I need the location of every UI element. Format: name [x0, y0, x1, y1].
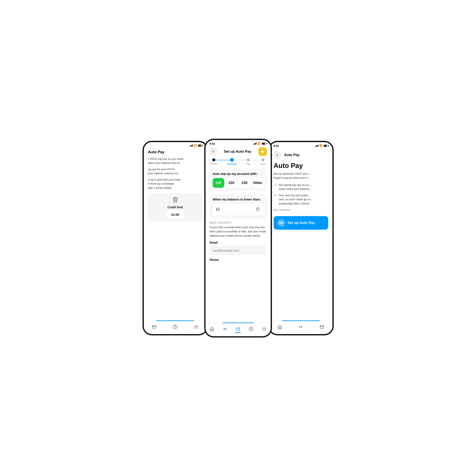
center-nav-menu[interactable] — [262, 327, 266, 331]
right-nav-usage[interactable] — [298, 324, 303, 329]
step-pay: Pay — [246, 158, 250, 165]
amount-20-button[interactable]: £20 — [226, 178, 237, 188]
center-phone: 9:41 📶 — [204, 139, 272, 338]
center-nav-home[interactable] — [210, 327, 214, 331]
svg-point-3 — [175, 328, 175, 328]
amount-30-button[interactable]: £30 — [239, 178, 250, 188]
left-nav-billing[interactable] — [152, 324, 156, 329]
step-dot-done — [262, 158, 265, 161]
svg-rect-0 — [153, 326, 156, 328]
signal-bars-icon — [190, 144, 193, 147]
right-back-button[interactable] — [274, 151, 281, 159]
divider — [274, 213, 328, 214]
svg-rect-24 — [320, 326, 324, 328]
wifi-icon: 📶 — [194, 144, 197, 147]
left-bottom-nav — [144, 321, 207, 334]
center-nav-title: Set up Auto Pay — [224, 150, 252, 154]
phone-label: Phone — [210, 258, 266, 262]
left-desc1: c PAYG top-ups so you never when your ba… — [148, 157, 203, 165]
right-nav-billing[interactable] — [320, 324, 324, 329]
center-app-content: Set up Auto Pay Energy — [205, 146, 271, 323]
center-time: 9:41 — [210, 142, 215, 145]
step-label-pay: Pay — [246, 163, 250, 165]
center-nav-bar: Set up Auto Pay — [209, 146, 267, 158]
right-status-bar: 9:41 📶 — [269, 142, 332, 148]
topup-card-title: Auto top-up my account with: — [213, 172, 263, 175]
right-bottom-nav — [269, 321, 332, 334]
email-input[interactable] — [210, 246, 266, 255]
left-app-content: Auto Pay c PAYG top-ups so you never whe… — [144, 148, 207, 320]
get-started-label: GET STARTED — [274, 209, 328, 211]
left-status-icons: 📶 — [190, 144, 203, 147]
right-battery-icon — [323, 145, 328, 147]
left-desc2: op-ups for your PAYG your balance reache… — [148, 167, 203, 175]
right-phone: 9:41 📶 — [268, 141, 334, 335]
checkmark-icon-1 — [274, 183, 277, 187]
lightning-button[interactable] — [258, 147, 267, 156]
right-app-content: Auto Pay Auto Pay Set up automatic PAYG … — [269, 148, 332, 320]
autopay-title: Auto Pay — [274, 162, 328, 170]
step-label-amount: Amount — [228, 163, 237, 165]
receipt-heading: NEED A RECEIPT? — [210, 221, 266, 224]
topup-card: Auto top-up my account with: £10 £20 £30… — [209, 169, 267, 191]
setup-autopay-button[interactable]: Set up Auto Pay — [274, 216, 328, 230]
svg-rect-8 — [256, 209, 259, 211]
amount-options: £10 £20 £30 Other — [213, 178, 263, 188]
trash-icon — [172, 197, 178, 204]
left-status-bar: 📶 — [144, 142, 207, 148]
step-dot-pay — [247, 158, 250, 161]
check-item-2: Your auto top-up is paid...card, so you'… — [274, 193, 328, 206]
step-label-energy: Energy — [210, 162, 218, 165]
left-nav-help[interactable] — [173, 324, 177, 329]
progress-stepper: Energy Amount Pay Done — [209, 158, 267, 165]
step-amount: Amount — [228, 158, 237, 165]
infinity-icon — [277, 219, 285, 227]
step-label-done: Done — [260, 163, 266, 165]
left-info-box: Credit limit £2.00 — [148, 193, 203, 222]
autopay-desc: Set up automatic PAYG top-u... forget to… — [274, 172, 328, 180]
svg-point-16 — [251, 330, 251, 330]
right-status-icons: 📶 — [315, 144, 328, 147]
center-bottom-nav — [205, 323, 271, 336]
step-dot-energy — [212, 158, 215, 161]
center-status-bar: 9:41 📶 — [205, 140, 271, 146]
credit-limit-label: Credit limit — [168, 205, 183, 209]
right-time: 9:41 — [274, 144, 279, 147]
amount-other-button[interactable]: Other — [252, 178, 263, 188]
battery-icon — [198, 144, 203, 147]
left-phone: 📶 Auto Pay c PAYG top-ups so you never w… — [142, 141, 208, 335]
center-signal-icon — [253, 142, 256, 145]
left-page-title: Auto Pay — [148, 150, 203, 154]
left-desc3: o-up is paid with your bank ll never go … — [148, 178, 203, 190]
balance-card: When my balance is lower than: £2 — [209, 194, 267, 219]
step-done: Done — [260, 158, 266, 165]
credit-limit-value: £2.00 — [166, 211, 184, 219]
step-dot-amount — [230, 158, 234, 162]
scene: 📶 Auto Pay c PAYG top-ups so you never w… — [126, 126, 350, 350]
right-nav-title: Auto Pay — [284, 153, 300, 157]
balance-row: £2 — [213, 204, 263, 215]
center-wifi-icon: 📶 — [257, 142, 261, 145]
receipt-text: If you'd like a receipt when your Auto P… — [210, 225, 266, 238]
left-nav-menu[interactable] — [194, 324, 199, 329]
center-nav-usage[interactable] — [223, 327, 227, 331]
center-battery-icon — [262, 142, 266, 145]
right-nav-home[interactable] — [277, 324, 282, 329]
step-energy: Energy — [210, 158, 218, 165]
setup-btn-text: Set up Auto Pay — [288, 221, 315, 225]
right-wifi-icon: 📶 — [319, 144, 323, 147]
balance-value: £2 — [216, 207, 220, 211]
right-nav-bar: Auto Pay — [274, 150, 328, 161]
center-nav-help[interactable] — [249, 327, 253, 331]
check-item-1: Set repeat top-ups for yo...meter when y… — [274, 183, 328, 191]
amount-10-button[interactable]: £10 — [213, 178, 224, 188]
email-label: Email — [210, 241, 266, 244]
check-text-1: Set repeat top-ups for yo...meter when y… — [279, 183, 312, 191]
receipt-section: NEED A RECEIPT? If you'd like a receipt … — [209, 221, 267, 262]
right-signal-icon — [315, 145, 318, 147]
svg-rect-13 — [236, 328, 240, 330]
check-text-2: Your auto top-up is paid...card, so you'… — [279, 193, 313, 206]
balance-card-title: When my balance is lower than: — [213, 198, 263, 201]
center-back-button[interactable] — [209, 148, 217, 155]
center-nav-billing[interactable] — [236, 327, 240, 331]
